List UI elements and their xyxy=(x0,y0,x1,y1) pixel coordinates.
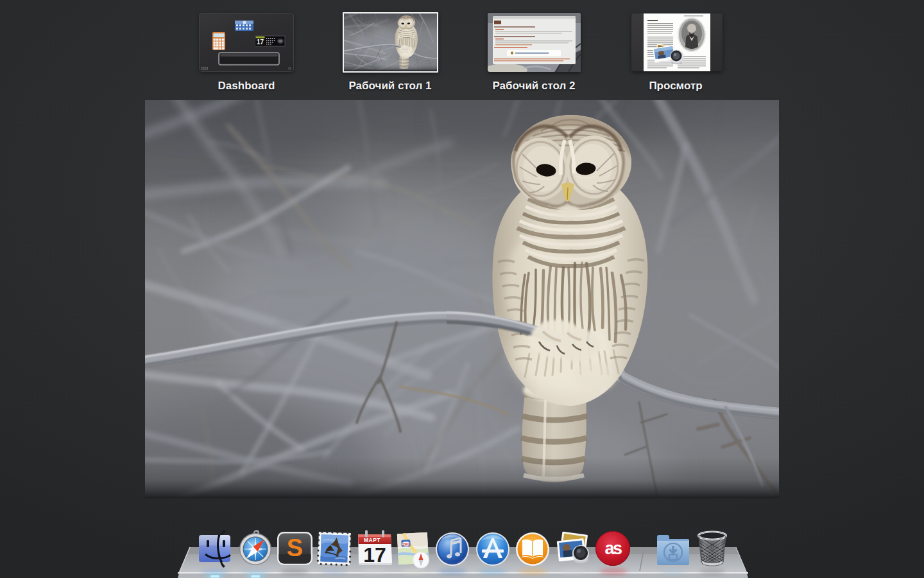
svg-text:17: 17 xyxy=(257,39,264,46)
